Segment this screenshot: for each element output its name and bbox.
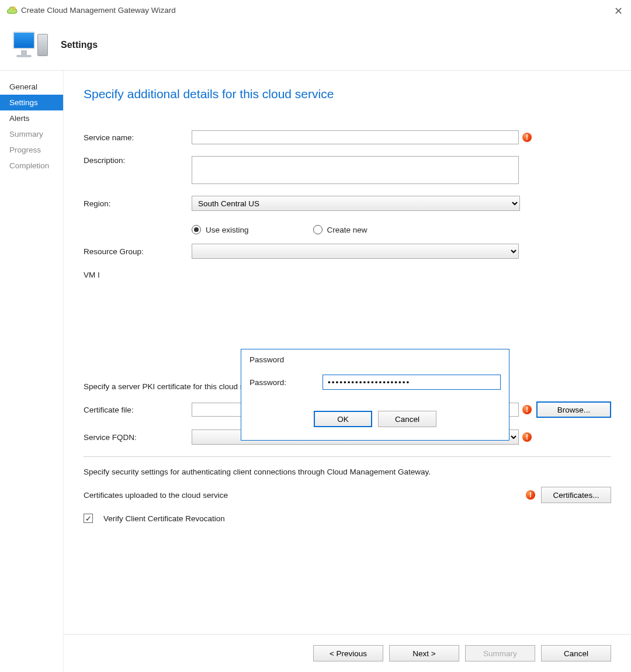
previous-button[interactable]: < Previous (313, 645, 383, 661)
wizard-footer: < Previous Next > Summary Cancel (64, 634, 631, 672)
service-name-label: Service name: (84, 133, 192, 142)
radio-use-existing[interactable]: Use existing (192, 225, 249, 234)
checkbox-icon (84, 514, 93, 523)
region-label: Region: (84, 199, 192, 208)
window-title: Create Cloud Management Gateway Wizard (21, 6, 176, 15)
certificate-file-label: Certificate file: (84, 406, 192, 414)
radio-icon (192, 225, 201, 234)
wizard-window: Create Cloud Management Gateway Wizard ✕… (0, 0, 631, 672)
sidebar-item-settings[interactable]: Settings (0, 95, 63, 110)
titlebar: Create Cloud Management Gateway Wizard ✕ (0, 0, 631, 21)
sidebar-item-summary[interactable]: Summary (0, 126, 63, 142)
ok-button[interactable]: OK (314, 411, 372, 427)
cancel-button[interactable]: Cancel (541, 645, 611, 661)
sidebar-item-completion[interactable]: Completion (0, 158, 63, 174)
dialog-cancel-button[interactable]: Cancel (378, 411, 436, 427)
separator (84, 456, 611, 457)
sidebar-item-general[interactable]: General (0, 79, 63, 95)
warn-icon: ! (522, 432, 532, 442)
vm-instance-label: VM I (84, 271, 107, 279)
service-fqdn-label: Service FQDN: (84, 433, 192, 442)
header-title: Settings (61, 40, 98, 50)
wizard-main: Specify additional details for this clou… (64, 71, 631, 672)
wizard-sidebar: General Settings Alerts Summary Progress… (0, 71, 64, 672)
resource-group-select[interactable] (192, 244, 519, 259)
certs-uploaded-label: Certificates uploaded to the cloud servi… (84, 491, 228, 500)
radio-icon (313, 225, 323, 234)
svg-point-0 (13, 6, 15, 9)
security-text: Specify security settings for authentica… (84, 467, 611, 476)
page-title: Specify additional details for this clou… (84, 87, 611, 101)
description-label: Description: (84, 156, 192, 165)
resource-group-mode: Use existing Create new (192, 225, 611, 234)
summary-button: Summary (465, 645, 535, 661)
password-input[interactable] (323, 375, 501, 390)
next-button[interactable]: Next > (389, 645, 459, 661)
sidebar-item-alerts[interactable]: Alerts (0, 110, 63, 126)
computer-icon (13, 30, 48, 60)
service-name-input[interactable] (192, 130, 519, 144)
close-icon[interactable]: ✕ (614, 5, 623, 18)
region-select[interactable]: South Central US (192, 196, 520, 211)
warn-icon: ! (522, 405, 532, 414)
description-input[interactable] (192, 156, 519, 184)
wizard-header: Settings (0, 21, 631, 70)
verify-crl-checkbox[interactable]: Verify Client Certificate Revocation (84, 514, 611, 523)
resource-group-label: Resource Group: (84, 247, 192, 256)
certificates-button[interactable]: Certificates... (541, 487, 611, 503)
password-dialog: Password Password: OK Cancel (241, 349, 509, 441)
browse-button[interactable]: Browse... (536, 401, 611, 418)
sidebar-item-progress[interactable]: Progress (0, 142, 63, 158)
warn-icon: ! (522, 133, 532, 142)
password-label: Password: (249, 378, 323, 387)
radio-create-new[interactable]: Create new (313, 225, 367, 234)
dialog-title: Password (241, 349, 509, 375)
cloud-icon (6, 6, 18, 15)
wizard-body: General Settings Alerts Summary Progress… (0, 70, 631, 672)
warn-icon: ! (526, 490, 535, 500)
